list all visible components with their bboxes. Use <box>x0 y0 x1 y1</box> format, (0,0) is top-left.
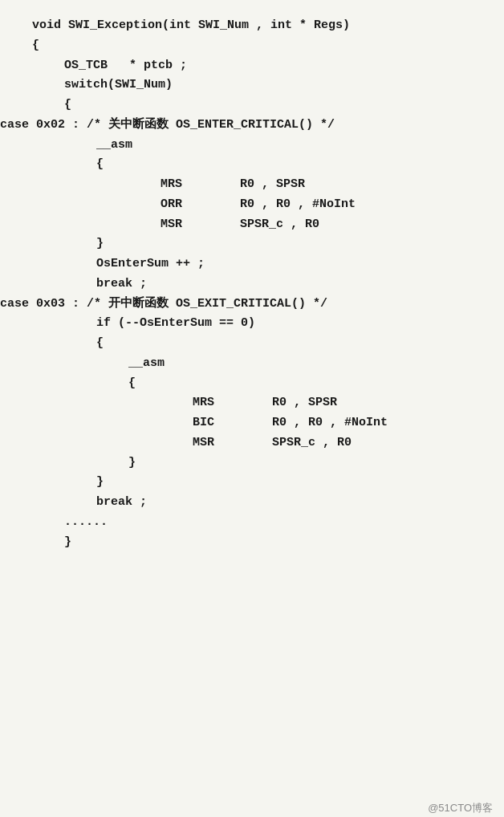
code-line: } <box>0 234 504 254</box>
code-line: } <box>0 453 504 474</box>
code-line: case 0x03 : /* 开中断函数 OS_EXIT_CRITICAL() … <box>0 295 504 315</box>
code-line: break ; <box>0 274 504 295</box>
code-line: ORR R0 , R0 , #NoInt <box>0 195 504 215</box>
code-line: MRS R0 , SPSR <box>0 175 504 195</box>
code-line: { <box>0 36 504 56</box>
code-line: OS_TCB * ptcb ; <box>0 56 504 76</box>
code-line: MSR SPSR_c , R0 <box>0 215 504 235</box>
code-line: break ; <box>0 493 504 513</box>
code-line: MRS R0 , SPSR <box>0 393 504 413</box>
code-line: { <box>0 374 504 394</box>
code-line: __asm <box>0 354 504 374</box>
code-line: ...... <box>0 513 504 533</box>
code-line: BIC R0 , R0 , #NoInt <box>0 413 504 433</box>
code-line: case 0x02 : /* 关中断函数 OS_ENTER_CRITICAL()… <box>0 116 504 136</box>
watermark: @51CTO博客 <box>428 801 493 815</box>
code-line: { <box>0 155 504 175</box>
code-line: } <box>0 473 504 493</box>
code-container: void SWI_Exception(int SWI_Num , int * R… <box>0 8 504 817</box>
code-line: } <box>0 533 504 553</box>
code-line: OsEnterSum ++ ; <box>0 254 504 274</box>
code-line: MSR SPSR_c , R0 <box>0 433 504 453</box>
code-line: __asm <box>0 136 504 156</box>
code-line: switch(SWI_Num) <box>0 75 504 96</box>
code-line: void SWI_Exception(int SWI_Num , int * R… <box>0 16 504 36</box>
code-line: if (--OsEnterSum == 0) <box>0 314 504 334</box>
code-line: { <box>0 96 504 116</box>
code-line: { <box>0 334 504 354</box>
